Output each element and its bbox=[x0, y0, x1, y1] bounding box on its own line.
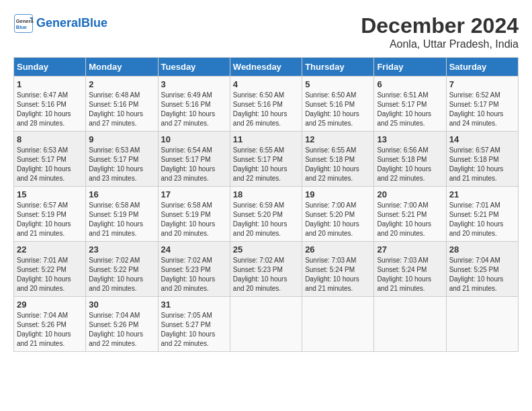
calendar-cell: 11Sunrise: 6:55 AM Sunset: 5:17 PM Dayli… bbox=[230, 132, 302, 187]
day-info: Sunrise: 6:53 AM Sunset: 5:17 PM Dayligh… bbox=[89, 146, 154, 183]
day-number: 28 bbox=[449, 244, 515, 255]
day-number: 26 bbox=[305, 244, 371, 255]
day-info: Sunrise: 7:00 AM Sunset: 5:21 PM Dayligh… bbox=[377, 201, 443, 238]
calendar-cell: 3Sunrise: 6:49 AM Sunset: 5:16 PM Daylig… bbox=[158, 77, 230, 132]
calendar-cell: 12Sunrise: 6:55 AM Sunset: 5:18 PM Dayli… bbox=[302, 132, 374, 187]
day-number: 14 bbox=[449, 134, 515, 144]
day-info: Sunrise: 6:50 AM Sunset: 5:16 PM Dayligh… bbox=[305, 91, 371, 128]
day-number: 10 bbox=[161, 134, 227, 144]
calendar-cell: 23Sunrise: 7:02 AM Sunset: 5:22 PM Dayli… bbox=[86, 242, 158, 297]
calendar-cell: 26Sunrise: 7:03 AM Sunset: 5:24 PM Dayli… bbox=[302, 242, 374, 297]
day-info: Sunrise: 7:03 AM Sunset: 5:24 PM Dayligh… bbox=[305, 256, 371, 293]
day-info: Sunrise: 6:50 AM Sunset: 5:16 PM Dayligh… bbox=[233, 91, 299, 128]
day-info: Sunrise: 6:59 AM Sunset: 5:20 PM Dayligh… bbox=[233, 201, 299, 238]
calendar-week-2: 8Sunrise: 6:53 AM Sunset: 5:17 PM Daylig… bbox=[14, 132, 519, 187]
day-number: 30 bbox=[89, 300, 154, 310]
day-number: 7 bbox=[449, 79, 515, 89]
logo: General Blue GeneralBlue bbox=[13, 13, 107, 34]
day-info: Sunrise: 6:58 AM Sunset: 5:19 PM Dayligh… bbox=[89, 201, 154, 238]
day-number: 13 bbox=[377, 134, 443, 144]
logo-general: General bbox=[36, 16, 81, 30]
day-info: Sunrise: 6:58 AM Sunset: 5:19 PM Dayligh… bbox=[161, 201, 227, 238]
column-header-sunday: Sunday bbox=[14, 58, 86, 77]
day-info: Sunrise: 6:56 AM Sunset: 5:18 PM Dayligh… bbox=[377, 146, 443, 183]
day-number: 23 bbox=[89, 244, 154, 255]
day-info: Sunrise: 6:48 AM Sunset: 5:16 PM Dayligh… bbox=[89, 91, 154, 128]
calendar-cell: 8Sunrise: 6:53 AM Sunset: 5:17 PM Daylig… bbox=[14, 132, 86, 187]
day-info: Sunrise: 7:01 AM Sunset: 5:21 PM Dayligh… bbox=[449, 201, 515, 238]
calendar-cell: 16Sunrise: 6:58 AM Sunset: 5:19 PM Dayli… bbox=[86, 187, 158, 242]
day-number: 27 bbox=[377, 244, 443, 255]
calendar-week-5: 29Sunrise: 7:04 AM Sunset: 5:26 PM Dayli… bbox=[14, 297, 519, 352]
day-info: Sunrise: 6:52 AM Sunset: 5:17 PM Dayligh… bbox=[449, 91, 515, 128]
calendar-cell bbox=[374, 297, 446, 352]
day-info: Sunrise: 7:01 AM Sunset: 5:22 PM Dayligh… bbox=[17, 256, 83, 293]
day-number: 11 bbox=[233, 134, 299, 144]
day-number: 8 bbox=[17, 134, 83, 144]
day-info: Sunrise: 7:04 AM Sunset: 5:26 PM Dayligh… bbox=[89, 311, 154, 349]
column-header-saturday: Saturday bbox=[446, 58, 518, 77]
day-number: 19 bbox=[305, 189, 371, 199]
calendar-cell: 22Sunrise: 7:01 AM Sunset: 5:22 PM Dayli… bbox=[14, 242, 86, 297]
calendar-cell: 18Sunrise: 6:59 AM Sunset: 5:20 PM Dayli… bbox=[230, 187, 302, 242]
calendar-cell: 15Sunrise: 6:57 AM Sunset: 5:19 PM Dayli… bbox=[14, 187, 86, 242]
day-number: 4 bbox=[233, 79, 299, 89]
calendar-cell: 9Sunrise: 6:53 AM Sunset: 5:17 PM Daylig… bbox=[86, 132, 158, 187]
column-header-thursday: Thursday bbox=[302, 58, 374, 77]
day-number: 3 bbox=[161, 79, 227, 89]
day-number: 12 bbox=[305, 134, 371, 144]
calendar-cell: 25Sunrise: 7:02 AM Sunset: 5:23 PM Dayli… bbox=[230, 242, 302, 297]
calendar-week-3: 15Sunrise: 6:57 AM Sunset: 5:19 PM Dayli… bbox=[14, 187, 519, 242]
calendar-cell: 19Sunrise: 7:00 AM Sunset: 5:20 PM Dayli… bbox=[302, 187, 374, 242]
day-info: Sunrise: 6:47 AM Sunset: 5:16 PM Dayligh… bbox=[17, 91, 83, 128]
day-number: 25 bbox=[233, 244, 299, 255]
column-header-wednesday: Wednesday bbox=[230, 58, 302, 77]
day-info: Sunrise: 7:03 AM Sunset: 5:24 PM Dayligh… bbox=[377, 256, 443, 293]
day-number: 5 bbox=[305, 79, 371, 89]
calendar-cell: 21Sunrise: 7:01 AM Sunset: 5:21 PM Dayli… bbox=[446, 187, 518, 242]
day-number: 17 bbox=[161, 189, 227, 199]
calendar-week-1: 1Sunrise: 6:47 AM Sunset: 5:16 PM Daylig… bbox=[14, 77, 519, 132]
calendar-title-area: December 2024 Aonla, Uttar Pradesh, Indi… bbox=[361, 13, 519, 50]
logo-text: GeneralBlue bbox=[36, 17, 107, 30]
calendar-cell: 20Sunrise: 7:00 AM Sunset: 5:21 PM Dayli… bbox=[374, 187, 446, 242]
calendar-cell: 24Sunrise: 7:02 AM Sunset: 5:23 PM Dayli… bbox=[158, 242, 230, 297]
calendar-header-row: SundayMondayTuesdayWednesdayThursdayFrid… bbox=[14, 58, 519, 77]
calendar-cell: 27Sunrise: 7:03 AM Sunset: 5:24 PM Dayli… bbox=[374, 242, 446, 297]
day-info: Sunrise: 6:55 AM Sunset: 5:18 PM Dayligh… bbox=[305, 146, 371, 183]
calendar-cell: 4Sunrise: 6:50 AM Sunset: 5:16 PM Daylig… bbox=[230, 77, 302, 132]
day-info: Sunrise: 7:00 AM Sunset: 5:20 PM Dayligh… bbox=[305, 201, 371, 238]
day-info: Sunrise: 7:04 AM Sunset: 5:25 PM Dayligh… bbox=[449, 256, 515, 293]
day-number: 16 bbox=[89, 189, 154, 199]
day-number: 24 bbox=[161, 244, 227, 255]
day-number: 21 bbox=[449, 189, 515, 199]
logo-blue: Blue bbox=[81, 16, 107, 30]
calendar-cell bbox=[230, 297, 302, 352]
day-number: 9 bbox=[89, 134, 154, 144]
day-number: 22 bbox=[17, 244, 83, 255]
day-info: Sunrise: 7:02 AM Sunset: 5:22 PM Dayligh… bbox=[89, 256, 154, 293]
calendar-cell: 14Sunrise: 6:57 AM Sunset: 5:18 PM Dayli… bbox=[446, 132, 518, 187]
day-info: Sunrise: 7:04 AM Sunset: 5:26 PM Dayligh… bbox=[17, 311, 83, 349]
column-header-monday: Monday bbox=[86, 58, 158, 77]
logo-icon: General Blue bbox=[13, 13, 34, 34]
day-number: 18 bbox=[233, 189, 299, 199]
column-header-tuesday: Tuesday bbox=[158, 58, 230, 77]
day-info: Sunrise: 7:02 AM Sunset: 5:23 PM Dayligh… bbox=[161, 256, 227, 293]
day-info: Sunrise: 6:57 AM Sunset: 5:18 PM Dayligh… bbox=[449, 146, 515, 183]
day-info: Sunrise: 6:55 AM Sunset: 5:17 PM Dayligh… bbox=[233, 146, 299, 183]
calendar-table: SundayMondayTuesdayWednesdayThursdayFrid… bbox=[13, 57, 519, 352]
day-info: Sunrise: 7:05 AM Sunset: 5:27 PM Dayligh… bbox=[161, 311, 227, 349]
day-info: Sunrise: 6:53 AM Sunset: 5:17 PM Dayligh… bbox=[17, 146, 83, 183]
day-number: 2 bbox=[89, 79, 154, 89]
calendar-cell: 17Sunrise: 6:58 AM Sunset: 5:19 PM Dayli… bbox=[158, 187, 230, 242]
day-number: 20 bbox=[377, 189, 443, 199]
calendar-cell bbox=[302, 297, 374, 352]
calendar-cell: 29Sunrise: 7:04 AM Sunset: 5:26 PM Dayli… bbox=[14, 297, 86, 352]
day-info: Sunrise: 6:51 AM Sunset: 5:17 PM Dayligh… bbox=[377, 91, 443, 128]
day-info: Sunrise: 6:54 AM Sunset: 5:17 PM Dayligh… bbox=[161, 146, 227, 183]
day-number: 1 bbox=[17, 79, 83, 89]
day-info: Sunrise: 6:57 AM Sunset: 5:19 PM Dayligh… bbox=[17, 201, 83, 238]
calendar-cell: 6Sunrise: 6:51 AM Sunset: 5:17 PM Daylig… bbox=[374, 77, 446, 132]
day-info: Sunrise: 7:02 AM Sunset: 5:23 PM Dayligh… bbox=[233, 256, 299, 293]
